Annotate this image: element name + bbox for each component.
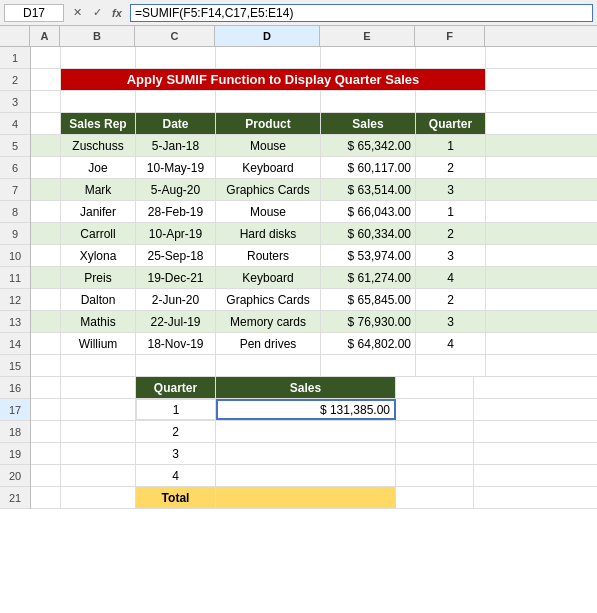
row-header-12[interactable]: 12 [0,289,30,311]
cell-c10[interactable]: 25-Sep-18 [136,245,216,266]
cell-c8[interactable]: 28-Feb-19 [136,201,216,222]
cell-f15[interactable] [416,355,486,376]
cell-e6[interactable]: $ 60,117.00 [321,157,416,178]
cell-e21[interactable] [396,487,404,508]
row-header-9[interactable]: 9 [0,223,30,245]
cell-f6[interactable]: 2 [416,157,486,178]
col-header-a[interactable]: A [30,26,60,46]
cell-c1[interactable] [136,47,216,68]
cell-b1[interactable] [61,47,136,68]
cell-a19[interactable] [31,443,61,464]
row-header-13[interactable]: 13 [0,311,30,333]
row-header-1[interactable]: 1 [0,47,30,69]
cell-d7[interactable]: Graphics Cards [216,179,321,200]
cell-d6[interactable]: Keyboard [216,157,321,178]
row-header-14[interactable]: 14 [0,333,30,355]
cell-b5[interactable]: Zuschuss [61,135,136,156]
cell-e8[interactable]: $ 66,043.00 [321,201,416,222]
cell-b19[interactable] [61,443,136,464]
cell-d12[interactable]: Graphics Cards [216,289,321,310]
cell-f14[interactable]: 4 [416,333,486,354]
cell-f12[interactable]: 2 [416,289,486,310]
cell-e11[interactable]: $ 61,274.00 [321,267,416,288]
cell-f17[interactable] [404,399,474,420]
row-header-6[interactable]: 6 [0,157,30,179]
cell-a16[interactable] [31,377,61,398]
cell-a14[interactable] [31,333,61,354]
cell-b6[interactable]: Joe [61,157,136,178]
row-header-19[interactable]: 19 [0,443,30,465]
cell-a17[interactable] [31,399,61,420]
fx-icon[interactable]: fx [108,4,126,22]
cell-f16[interactable] [404,377,474,398]
col-header-f[interactable]: F [415,26,485,46]
cell-c15[interactable] [136,355,216,376]
cell-e10[interactable]: $ 53,974.00 [321,245,416,266]
formula-input[interactable]: =SUMIF(F5:F14,C17,E5:E14) [130,4,593,22]
cell-e18[interactable] [396,421,404,442]
cell-f7[interactable]: 3 [416,179,486,200]
cell-b8[interactable]: Janifer [61,201,136,222]
col-header-d[interactable]: D [215,26,320,46]
row-header-3[interactable]: 3 [0,91,30,113]
cell-d14[interactable]: Pen drives [216,333,321,354]
cell-c5[interactable]: 5-Jan-18 [136,135,216,156]
cell-d3[interactable] [216,91,321,112]
cell-b20[interactable] [61,465,136,486]
cell-c13[interactable]: 22-Jul-19 [136,311,216,332]
cell-b3[interactable] [61,91,136,112]
cell-a6[interactable] [31,157,61,178]
cell-d13[interactable]: Memory cards [216,311,321,332]
cell-e5[interactable]: $ 65,342.00 [321,135,416,156]
cell-a5[interactable] [31,135,61,156]
cell-b11[interactable]: Preis [61,267,136,288]
cell-c9[interactable]: 10-Apr-19 [136,223,216,244]
cell-a18[interactable] [31,421,61,442]
cell-f10[interactable]: 3 [416,245,486,266]
cell-e9[interactable]: $ 60,334.00 [321,223,416,244]
cell-b10[interactable]: Xylona [61,245,136,266]
cell-b15[interactable] [61,355,136,376]
cell-e12[interactable]: $ 65,845.00 [321,289,416,310]
row-header-10[interactable]: 10 [0,245,30,267]
cell-c14[interactable]: 18-Nov-19 [136,333,216,354]
cell-f21[interactable] [404,487,474,508]
cell-d1[interactable] [216,47,321,68]
cell-a4[interactable] [31,113,61,134]
cell-d8[interactable]: Mouse [216,201,321,222]
col-header-b[interactable]: B [60,26,135,46]
row-header-5[interactable]: 5 [0,135,30,157]
row-header-2[interactable]: 2 [0,69,30,91]
cell-c3[interactable] [136,91,216,112]
row-header-4[interactable]: 4 [0,113,30,135]
row-header-21[interactable]: 21 [0,487,30,509]
cell-d11[interactable]: Keyboard [216,267,321,288]
cell-c12[interactable]: 2-Jun-20 [136,289,216,310]
cell-a11[interactable] [31,267,61,288]
cell-c17[interactable]: 1 [136,399,216,420]
cell-f20[interactable] [404,465,474,486]
cell-a13[interactable] [31,311,61,332]
cell-a15[interactable] [31,355,61,376]
cell-f5[interactable]: 1 [416,135,486,156]
row-header-17[interactable]: 17 [0,399,30,421]
row-header-15[interactable]: 15 [0,355,30,377]
row-header-8[interactable]: 8 [0,201,30,223]
cell-d10[interactable]: Routers [216,245,321,266]
cell-d9[interactable]: Hard disks [216,223,321,244]
cell-d17-selected[interactable]: $ 131,385.00 [216,399,396,420]
cell-c19[interactable]: 3 [136,443,216,464]
cell-a10[interactable] [31,245,61,266]
cell-c20[interactable]: 4 [136,465,216,486]
cell-a12[interactable] [31,289,61,310]
cell-e1[interactable] [321,47,416,68]
cell-d19[interactable] [216,443,396,464]
cell-e7[interactable]: $ 63,514.00 [321,179,416,200]
col-header-e[interactable]: E [320,26,415,46]
cell-f11[interactable]: 4 [416,267,486,288]
cell-a2[interactable] [31,69,61,90]
cell-f18[interactable] [404,421,474,442]
cell-e17[interactable] [396,399,404,420]
cell-f13[interactable]: 3 [416,311,486,332]
cell-b13[interactable]: Mathis [61,311,136,332]
